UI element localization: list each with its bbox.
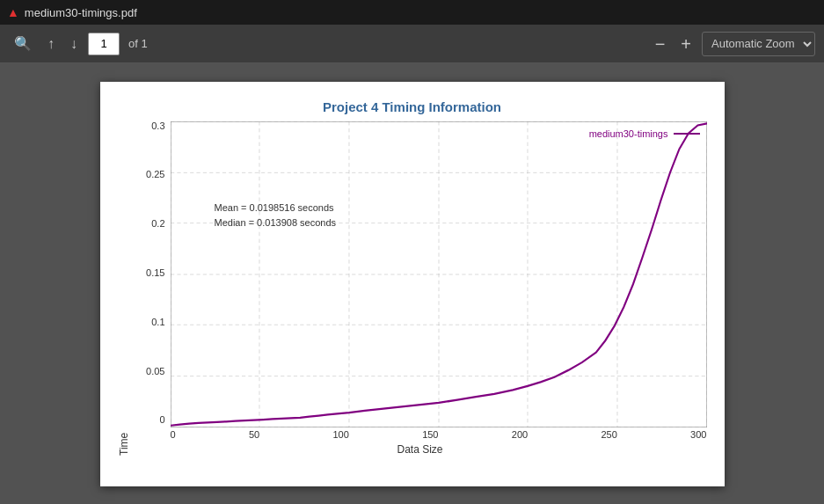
page-input[interactable] — [88, 33, 120, 55]
chart-with-axes: 0.3 0.25 0.2 0.15 0.1 0.05 0 — [134, 121, 707, 456]
chart-svg-container: medium30-timings Mean = 0.0198516 second… — [171, 121, 707, 427]
y-tick-005: 0.05 — [146, 367, 164, 376]
app-icon: ▲ — [7, 5, 19, 19]
x-tick-150: 150 — [422, 429, 438, 440]
y-axis: 0.3 0.25 0.2 0.15 0.1 0.05 0 — [134, 121, 171, 427]
legend-label: medium30-timings — [589, 128, 668, 139]
x-axis: 0 50 100 150 200 250 300 — [134, 429, 707, 440]
x-tick-250: 250 — [601, 429, 616, 440]
y-tick-010: 0.1 — [151, 318, 164, 327]
filename-label: medium30-timings.pdf — [25, 6, 137, 19]
chart-title: Project 4 Timing Information — [118, 99, 707, 114]
chart-plot-area: 0.3 0.25 0.2 0.15 0.1 0.05 0 — [134, 121, 707, 427]
title-bar: ▲ medium30-timings.pdf — [0, 0, 824, 25]
y-tick-025: 0.25 — [146, 170, 164, 179]
chart-legend: medium30-timings — [589, 128, 700, 139]
y-tick-030: 0.3 — [151, 121, 164, 131]
toolbar: 🔍 ↑ ↓ of 1 − + Automatic Zoom Actual Siz… — [0, 25, 824, 63]
page-up-button[interactable]: ↑ — [42, 33, 60, 55]
y-tick-000: 0 — [159, 415, 164, 425]
chart-container: Project 4 Timing Information Time 0.3 0.… — [118, 99, 707, 478]
search-button[interactable]: 🔍 — [9, 32, 37, 55]
x-tick-300: 300 — [690, 429, 706, 440]
pdf-area: Project 4 Timing Information Time 0.3 0.… — [0, 63, 824, 504]
x-tick-100: 100 — [332, 429, 348, 440]
chart-svg — [171, 121, 707, 427]
median-text: Median = 0.013908 seconds — [215, 215, 337, 231]
pdf-page: Project 4 Timing Information Time 0.3 0.… — [100, 82, 725, 486]
legend-line — [674, 133, 700, 135]
x-axis-label: Data Size — [134, 443, 707, 456]
x-tick-50: 50 — [249, 429, 259, 440]
x-tick-0: 0 — [171, 429, 176, 440]
y-axis-label: Time — [118, 121, 130, 456]
zoom-in-button[interactable]: + — [675, 33, 696, 55]
page-down-button[interactable]: ↓ — [65, 33, 83, 55]
x-tick-200: 200 — [512, 429, 528, 440]
chart-annotation: Mean = 0.0198516 seconds Median = 0.0139… — [215, 201, 337, 231]
page-of-label: of 1 — [128, 37, 148, 50]
chart-inner: Time 0.3 0.25 0.2 0.15 0.1 0.05 0 — [118, 121, 707, 456]
zoom-select[interactable]: Automatic Zoom Actual Size Page Fit Page… — [702, 32, 815, 56]
mean-text: Mean = 0.0198516 seconds — [215, 201, 337, 216]
y-tick-020: 0.2 — [151, 219, 164, 229]
zoom-out-button[interactable]: − — [650, 33, 671, 55]
y-tick-015: 0.15 — [146, 268, 164, 278]
